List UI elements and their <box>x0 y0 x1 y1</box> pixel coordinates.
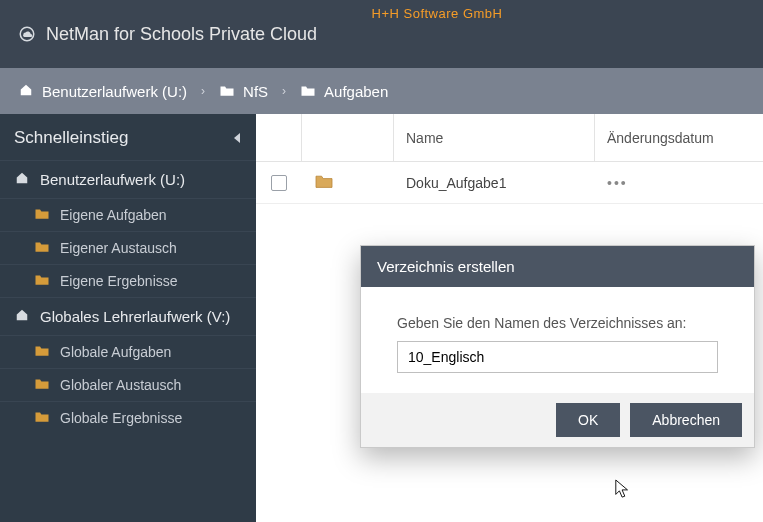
create-directory-dialog: Verzeichnis erstellen Geben Sie den Name… <box>360 245 755 448</box>
sidebar-item-eigene-ergebnisse[interactable]: Eigene Ergebnisse <box>0 264 256 297</box>
chevron-right-icon: › <box>282 84 286 98</box>
sidebar-header: Schnelleinstieg <box>0 114 256 160</box>
sidebar-item-eigener-austausch[interactable]: Eigener Austausch <box>0 231 256 264</box>
table-header: Name Änderungsdatum <box>256 114 763 162</box>
sidebar-section-teacher-drive[interactable]: Globales Lehrerlaufwerk (V:) <box>0 297 256 335</box>
ok-button[interactable]: OK <box>556 403 620 437</box>
dialog-footer: OK Abbrechen <box>361 393 754 447</box>
sidebar: Schnelleinstieg Benutzerlaufwerk (U:) Ei… <box>0 114 256 522</box>
sidebar-item-label: Globaler Austausch <box>60 377 181 393</box>
breadcrumb-leaf[interactable]: Aufgaben <box>300 83 388 100</box>
sidebar-item-eigene-aufgaben[interactable]: Eigene Aufgaben <box>0 198 256 231</box>
row-checkbox[interactable] <box>271 175 287 191</box>
breadcrumb-root[interactable]: Benutzerlaufwerk (U:) <box>18 83 187 100</box>
breadcrumb: Benutzerlaufwerk (U:) › NfS › Aufgaben <box>0 68 763 114</box>
dialog-prompt: Geben Sie den Namen des Verzeichnisses a… <box>397 315 718 331</box>
folder-icon <box>300 83 316 100</box>
sidebar-item-label: Globale Aufgaben <box>60 344 171 360</box>
topbar: H+H Software GmbH NetMan for Schools Pri… <box>0 0 763 68</box>
column-checkbox <box>256 114 302 161</box>
folder-icon <box>34 377 50 393</box>
row-name: Doku_Aufgabe1 <box>394 175 595 191</box>
vendor-brand: H+H Software GmbH <box>372 6 503 21</box>
breadcrumb-mid-label: NfS <box>243 83 268 100</box>
sidebar-section-label: Benutzerlaufwerk (U:) <box>40 171 185 188</box>
sidebar-item-label: Eigener Austausch <box>60 240 177 256</box>
sidebar-collapse-button[interactable] <box>234 133 240 143</box>
sidebar-item-globaler-austausch[interactable]: Globaler Austausch <box>0 368 256 401</box>
folder-icon <box>34 240 50 256</box>
sidebar-section-label: Globales Lehrerlaufwerk (V:) <box>40 308 230 325</box>
breadcrumb-mid[interactable]: NfS <box>219 83 268 100</box>
home-icon <box>18 83 34 100</box>
app-title: NetMan for Schools Private Cloud <box>18 24 317 45</box>
cancel-button[interactable]: Abbrechen <box>630 403 742 437</box>
sidebar-section-user-drive[interactable]: Benutzerlaufwerk (U:) <box>0 160 256 198</box>
chevron-right-icon: › <box>201 84 205 98</box>
home-icon <box>14 171 30 188</box>
sidebar-item-globale-ergebnisse[interactable]: Globale Ergebnisse <box>0 401 256 434</box>
cloud-icon <box>18 25 36 43</box>
sidebar-item-label: Globale Ergebnisse <box>60 410 182 426</box>
sidebar-item-globale-aufgaben[interactable]: Globale Aufgaben <box>0 335 256 368</box>
directory-name-input[interactable] <box>397 341 718 373</box>
table-row[interactable]: Doku_Aufgabe1 ••• <box>256 162 763 204</box>
breadcrumb-leaf-label: Aufgaben <box>324 83 388 100</box>
app-title-text: NetMan for Schools Private Cloud <box>46 24 317 45</box>
folder-icon <box>34 344 50 360</box>
sidebar-item-label: Eigene Aufgaben <box>60 207 167 223</box>
row-actions-icon[interactable]: ••• <box>595 175 763 191</box>
column-icon <box>302 114 394 161</box>
folder-icon <box>34 410 50 426</box>
folder-icon <box>34 273 50 289</box>
folder-icon <box>219 83 235 100</box>
folder-icon <box>314 173 334 192</box>
dialog-title: Verzeichnis erstellen <box>361 246 754 287</box>
breadcrumb-root-label: Benutzerlaufwerk (U:) <box>42 83 187 100</box>
column-date[interactable]: Änderungsdatum <box>595 114 763 161</box>
folder-icon <box>34 207 50 223</box>
sidebar-item-label: Eigene Ergebnisse <box>60 273 178 289</box>
column-name[interactable]: Name <box>394 114 595 161</box>
sidebar-header-label: Schnelleinstieg <box>14 128 128 148</box>
home-icon <box>14 308 30 325</box>
